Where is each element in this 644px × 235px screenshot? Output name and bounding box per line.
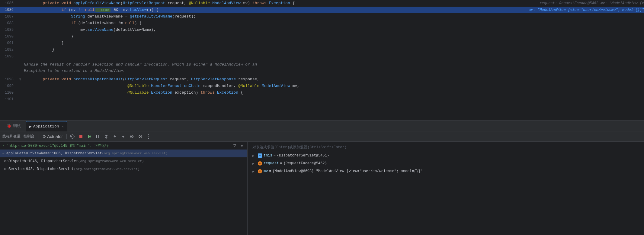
var-item-this[interactable]: ▶ ≡ this = {DispatcherServlet@5461} <box>250 152 642 159</box>
frame-method-1: applyDefaultViewName:1086, DispatcherSer… <box>6 151 102 156</box>
frame-item-2[interactable]: doDispatch:1046, DispatcherServlet (org.… <box>0 157 247 165</box>
frame-method-3: doService:943, DispatcherServlet <box>4 167 74 171</box>
toolbar-label-threads: 线程和变量 <box>2 134 21 139</box>
expand-request-icon[interactable]: ▶ <box>252 162 257 166</box>
threads-frames-panel: ✓ "http-nio-8080-exec-1"@5,145 在组"main":… <box>0 142 248 235</box>
panel-toolbar: 线程和变量 控制台 ⊙ Actuator <box>0 131 644 142</box>
step-out-button[interactable] <box>119 133 127 140</box>
var-value-request: {RequestFacade@5462} <box>284 161 327 166</box>
line-number-1092: 1092 <box>0 48 17 52</box>
tab-debug[interactable]: 🐞 调试 <box>3 121 24 131</box>
var-type-icon-request: ● <box>258 161 262 166</box>
line-number-1100: 1100 <box>0 91 17 95</box>
thread-item[interactable]: ✓ "http-nio-8080-exec-1"@5,145 在组"main":… <box>0 142 247 150</box>
tab-application[interactable]: ▶ Application ✕ <box>26 121 67 132</box>
line-number-1087: 1087 <box>0 14 17 19</box>
line-number-1088: 1088 <box>0 21 17 25</box>
svg-rect-0 <box>79 135 82 138</box>
pause-icon <box>95 134 100 139</box>
line-number-1098: 1098 <box>0 77 17 82</box>
step-into-icon <box>112 134 117 139</box>
code-lines: 1085 private void applyDefaultViewName(H… <box>0 0 644 103</box>
actuator-label: Actuator <box>47 134 63 139</box>
code-editor: 1085 private void applyDefaultViewName(H… <box>0 0 644 120</box>
app-icon: ▶ <box>29 124 32 129</box>
tab-debug-label: 调试 <box>13 123 21 129</box>
actuator-icon[interactable]: ⊙ Actuator <box>41 133 65 140</box>
var-item-mv[interactable]: ▶ ● mv = {ModelAndView@6693} "ModelAndVi… <box>250 167 642 175</box>
code-line-1093[interactable]: 1093 <box>0 53 644 60</box>
more-button[interactable]: ⋮ <box>145 133 152 140</box>
panel-tabs: 🐞 调试 ▶ Application ✕ <box>0 121 644 131</box>
mute-breakpoints-button[interactable]: ⊘ <box>136 133 144 140</box>
var-type-icon-mv: ● <box>258 169 262 173</box>
toolbar-separator-2 <box>66 134 67 139</box>
svg-rect-3 <box>96 135 97 138</box>
var-eq-mv: = <box>269 169 271 173</box>
frame-return-icon: ↩ <box>2 152 5 156</box>
var-name-mv: mv <box>264 169 268 173</box>
frame-pkg-3: (org.springframework.web.servlet) <box>74 167 139 171</box>
expand-this-icon[interactable]: ▶ <box>252 154 257 158</box>
code-line-1100[interactable]: 1100 @Nullable Exception exception) thro… <box>0 89 644 96</box>
line-number-1101: 1101 <box>0 97 17 101</box>
line-number-1090: 1090 <box>0 34 17 39</box>
var-item-request[interactable]: ▶ ● request = {RequestFacade@5462} <box>250 159 642 167</box>
debug-icon: 🐞 <box>7 124 11 128</box>
step-into-button[interactable] <box>111 133 119 140</box>
var-value-mv: {ModelAndView@6693} "ModelAndView [view=… <box>273 169 423 173</box>
code-line-1092[interactable]: 1092 } <box>0 47 644 53</box>
inline-hint-1085: request: RequestFacade@5462 mv: "ModelAn… <box>540 1 644 5</box>
var-value-this: {DispatcherServlet@5461} <box>277 153 329 158</box>
resume-icon <box>87 134 92 139</box>
thread-filter-button[interactable]: ▽ <box>232 143 238 149</box>
code-line-1101[interactable]: 1101 <box>0 96 644 103</box>
gutter-1098: @ <box>17 78 23 81</box>
thread-name: "http-nio-8080-exec-1"@5,145 在组"main": 正… <box>6 143 108 148</box>
svg-marker-1 <box>88 135 91 138</box>
reload-icon <box>70 134 75 139</box>
line-number-1093: 1093 <box>0 54 17 59</box>
panel-content: ✓ "http-nio-8080-exec-1"@5,145 在组"main":… <box>0 142 644 235</box>
var-name-request: request <box>264 161 279 166</box>
svg-rect-4 <box>98 135 99 138</box>
var-eq-this: = <box>274 153 276 158</box>
step-over-button[interactable] <box>102 133 110 140</box>
expand-mv-icon[interactable]: ▶ <box>252 169 257 173</box>
frame-pkg-1: (org.springframework.web.servlet) <box>102 152 168 155</box>
pause-button[interactable] <box>94 133 102 140</box>
reload-button[interactable] <box>69 133 76 140</box>
frame-method-2: doDispatch:1046, DispatcherServlet <box>4 159 78 163</box>
thread-expand-button[interactable]: ∨ <box>239 143 245 149</box>
step-over-icon <box>104 134 109 139</box>
svg-rect-2 <box>91 135 91 138</box>
step-out-icon <box>121 134 126 139</box>
line-number-1086: 1086 <box>0 8 17 12</box>
tab-app-label: Application <box>33 124 59 129</box>
frame-pkg-2: (org.springframework.web.servlet) <box>78 159 144 163</box>
var-type-icon-this: ≡ <box>258 153 262 158</box>
stop-icon <box>78 134 83 139</box>
line-number-1089: 1089 <box>0 28 17 32</box>
line-number-1085: 1085 <box>0 1 17 5</box>
toolbar-label-console: 控制台 <box>24 134 34 139</box>
stop-button[interactable] <box>77 133 85 140</box>
var-eq-request: = <box>280 161 282 166</box>
frame-item-3[interactable]: doService:943, DispatcherServlet (org.sp… <box>0 165 247 173</box>
toolbar-separator-1 <box>39 134 39 139</box>
variables-panel: 对表达式求值(Enter)或添加监视(Ctrl+Shift+Enter) ▶ ≡… <box>248 142 644 235</box>
thread-check-icon: ✓ <box>2 143 5 148</box>
evaluate-button[interactable]: ⊗ <box>128 133 136 140</box>
var-name-this: this <box>264 153 272 158</box>
eval-hint: 对表达式求值(Enter)或添加监视(Ctrl+Shift+Enter) <box>250 143 642 152</box>
bottom-panel: 🐞 调试 ▶ Application ✕ 线程和变量 控制台 ⊙ Actuato… <box>0 120 644 235</box>
line-number-1099: 1099 <box>0 84 17 88</box>
actuator-icon-sym: ⊙ <box>43 134 46 139</box>
resume-button[interactable] <box>85 133 93 140</box>
line-number-1091: 1091 <box>0 41 17 45</box>
tab-close-button[interactable]: ✕ <box>62 124 64 128</box>
frame-item-1[interactable]: ↩ applyDefaultViewName:1086, DispatcherS… <box>0 150 247 157</box>
